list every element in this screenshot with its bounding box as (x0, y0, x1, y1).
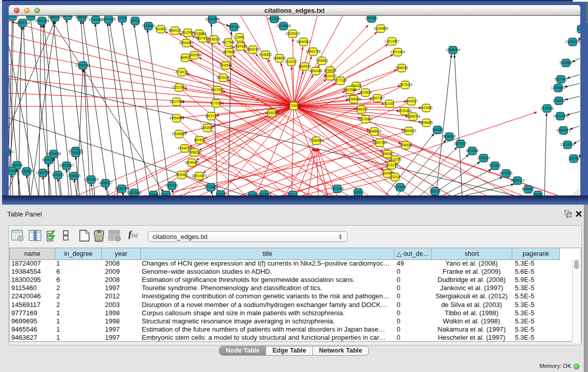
svg-text:7515526: 7515526 (142, 24, 155, 28)
svg-text:19654983: 19654983 (169, 116, 184, 120)
svg-text:12093872: 12093872 (551, 86, 566, 90)
svg-text:887833: 887833 (194, 138, 205, 142)
svg-text:19384554: 19384554 (309, 139, 324, 142)
svg-text:3875685: 3875685 (223, 50, 236, 54)
svg-text:9146821: 9146821 (259, 53, 272, 56)
svg-text:10807487: 10807487 (370, 96, 385, 100)
svg-text:1546: 1546 (236, 35, 244, 39)
svg-text:12342737: 12342737 (36, 171, 51, 174)
svg-text:1250515: 1250515 (68, 174, 81, 178)
svg-text:16543382: 16543382 (179, 41, 194, 45)
svg-text:8186323: 8186323 (208, 37, 221, 41)
svg-text:2935114: 2935114 (477, 156, 490, 160)
svg-text:3267130: 3267130 (205, 114, 218, 118)
svg-text:6497568: 6497568 (344, 88, 357, 92)
svg-text:417006: 417006 (210, 101, 222, 105)
svg-text:8990448: 8990448 (310, 69, 322, 73)
svg-text:391144: 391144 (9, 169, 17, 172)
svg-text:8938923: 8938923 (443, 135, 456, 138)
svg-text:10025438: 10025438 (397, 109, 412, 113)
svg-text:16107553: 16107553 (169, 100, 184, 103)
svg-text:16671355: 16671355 (101, 17, 116, 21)
svg-text:9463627: 9463627 (405, 99, 418, 103)
svg-text:7632621: 7632621 (489, 164, 502, 167)
svg-text:12213967: 12213967 (385, 39, 400, 43)
svg-text:20055: 20055 (26, 16, 35, 18)
svg-text:15751074: 15751074 (565, 40, 580, 43)
svg-text:20691406: 20691406 (35, 19, 50, 23)
svg-text:9242848: 9242848 (220, 63, 232, 67)
svg-text:6466160: 6466160 (76, 16, 89, 19)
svg-text:17359924: 17359924 (69, 151, 83, 155)
svg-text:13495794: 13495794 (406, 115, 421, 118)
svg-text:7357224: 7357224 (228, 25, 241, 29)
svg-text:12975115: 12975115 (398, 83, 412, 86)
svg-text:2005572: 2005572 (9, 16, 19, 18)
svg-text:62160: 62160 (385, 102, 394, 105)
svg-text:9777169: 9777169 (334, 79, 347, 82)
svg-text:2803144: 2803144 (217, 76, 230, 79)
svg-text:163124: 163124 (429, 189, 441, 193)
svg-text:9716485: 9716485 (205, 185, 217, 189)
svg-text:16914479: 16914479 (192, 174, 207, 178)
svg-text:6794028: 6794028 (324, 69, 337, 72)
svg-text:20206536: 20206536 (47, 152, 61, 156)
svg-text:9329966: 9329966 (560, 61, 573, 64)
svg-text:8813054: 8813054 (268, 17, 281, 20)
svg-text:1145191: 1145191 (52, 173, 64, 177)
svg-text:7625402: 7625402 (176, 173, 188, 177)
svg-text:1498222: 1498222 (188, 150, 201, 154)
svg-text:17016504: 17016504 (560, 143, 575, 146)
svg-text:16640910: 16640910 (296, 40, 311, 43)
svg-text:1353594: 1353594 (201, 126, 214, 129)
svg-text:10958117: 10958117 (98, 181, 113, 185)
svg-text:16099489: 16099489 (185, 161, 200, 164)
svg-text:7986372: 7986372 (355, 107, 368, 111)
svg-text:11325419: 11325419 (286, 32, 300, 35)
svg-text:12923446: 12923446 (127, 191, 142, 194)
svg-text:18300295: 18300295 (265, 111, 279, 115)
svg-text:7663822: 7663822 (155, 27, 167, 31)
svg-text:9457791: 9457791 (166, 184, 179, 187)
svg-text:9115460: 9115460 (420, 106, 433, 110)
svg-text:1435061: 1435061 (11, 163, 24, 167)
svg-text:1612076: 1612076 (389, 158, 402, 161)
svg-text:116753: 116753 (569, 157, 579, 160)
svg-text:16534: 16534 (354, 190, 363, 194)
svg-text:26260350: 26260350 (9, 150, 14, 154)
svg-text:8960125: 8960125 (169, 29, 182, 32)
svg-text:1588520: 1588520 (273, 56, 286, 60)
svg-text:1371426: 1371426 (331, 187, 344, 190)
svg-text:16961758: 16961758 (306, 50, 321, 53)
svg-text:14055714: 14055714 (15, 21, 30, 25)
svg-text:12213383: 12213383 (172, 85, 187, 89)
svg-text:20053346: 20053346 (76, 63, 91, 67)
svg-text:1621072: 1621072 (324, 74, 337, 78)
svg-text:10975887: 10975887 (59, 164, 74, 167)
svg-text:8427552: 8427552 (211, 88, 224, 92)
svg-text:15692971: 15692971 (556, 128, 571, 132)
svg-text:9327508: 9327508 (222, 40, 235, 44)
svg-text:10648784: 10648784 (446, 48, 461, 52)
svg-text:9756928: 9756928 (400, 143, 412, 147)
svg-text:9245652: 9245652 (522, 187, 535, 191)
svg-text:10973493: 10973493 (390, 50, 405, 54)
svg-text:3215958: 3215958 (541, 106, 554, 110)
svg-text:17957253: 17957253 (84, 178, 99, 181)
svg-text:10653287: 10653287 (48, 16, 62, 19)
svg-text:7485063: 7485063 (396, 66, 408, 70)
svg-text:10046738: 10046738 (178, 146, 192, 150)
svg-text:8454749: 8454749 (247, 48, 259, 51)
svg-text:19654923: 19654923 (402, 129, 417, 133)
svg-text:16154808: 16154808 (374, 27, 388, 30)
svg-text:3824534: 3824534 (359, 91, 372, 94)
svg-text:2718176: 2718176 (176, 70, 188, 74)
svg-text:10654112: 10654112 (510, 179, 525, 182)
svg-text:164095: 164095 (432, 128, 443, 132)
svg-text:7955812: 7955812 (316, 59, 329, 62)
svg-text:19166825: 19166825 (172, 132, 187, 136)
svg-text:19218506: 19218506 (276, 24, 291, 28)
svg-text:16713: 16713 (130, 19, 140, 23)
svg-text:1322037: 1322037 (285, 60, 298, 63)
svg-text:1212: 1212 (578, 27, 580, 31)
